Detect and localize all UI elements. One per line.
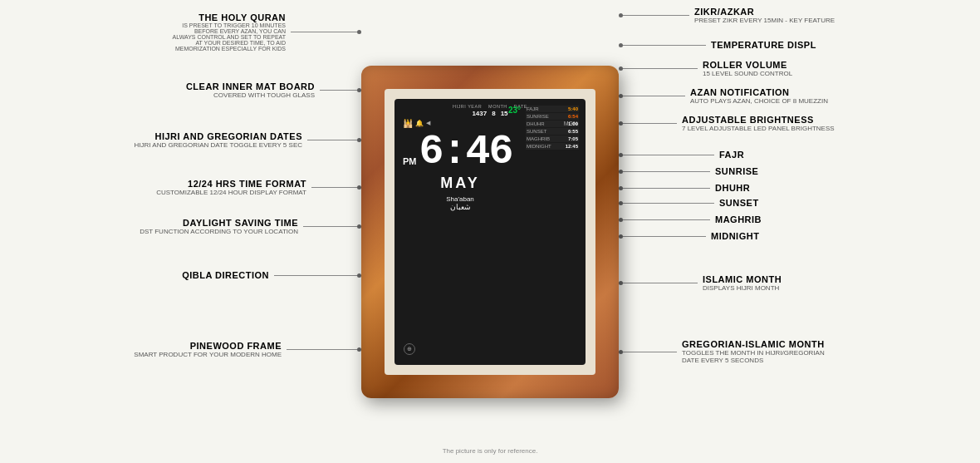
annotation-sunset: SUNSET [619, 198, 759, 208]
date-value: 15 [501, 110, 508, 117]
annotation-gregorian-title: GREGORIAN-ISLAMIC MONTH [682, 339, 825, 349]
annotation-temp-title: TEMPERATURE DISPL [711, 40, 816, 50]
annotation-islamic: ISLAMIC MONTH DISPLAYS HIJRI MONTH [619, 274, 782, 292]
sunrise-time: 6:54 [568, 114, 578, 119]
annotation-pinewood-title: PINEWOOD FRAME [134, 341, 282, 351]
annotation-zikr: ZIKR/AZKAR PRESET ZIKR EVERY 15MIN - KEY… [619, 7, 835, 24]
annotation-quran-subtitle: IS PRESET TO TRIGGER 10 MINUTES BEFORE E… [173, 22, 286, 52]
prayer-fajr-row: FAJR 5:40 [526, 106, 579, 112]
shaaban-label: Sha'aban [399, 195, 521, 203]
annotation-hijri-subtitle: HIJRI AND GREGORIAN DATE TOGGLE EVERY 5 … [135, 141, 302, 149]
annotation-roller-subtitle: 15 LEVEL SOUND CONTROL [703, 70, 792, 77]
annotation-qibla-line [274, 275, 357, 276]
annotation-roller-text: ROLLER VOLUME 15 LEVEL SOUND CONTROL [703, 60, 792, 77]
annotation-midnight-title: MIDNIGHT [711, 231, 759, 241]
annotation-clear: CLEAR INNER MAT BOARD COVERED WITH TOUGH… [186, 81, 361, 99]
annotation-azan-text: AZAN NOTIFICATION AUTO PLAYS AZAN, CHOIC… [690, 87, 828, 105]
annotation-midnight-line [623, 236, 706, 237]
annotation-quran-dot [357, 30, 361, 34]
clock-screen: HIJRI YEAR MONTH DATE 1437 8 15 🕌 🔔 [394, 99, 586, 365]
annotation-sunrise: SUNRISE [619, 166, 758, 176]
annotation-hijri: HIJRI AND GREGORIAN DATES HIJRI AND GREG… [135, 131, 361, 149]
compass-icon: ⊕ [404, 343, 415, 355]
annotation-pinewood-line [287, 349, 357, 350]
annotation-zikr-text: ZIKR/AZKAR PRESET ZIKR EVERY 15MIN - KEY… [694, 7, 835, 24]
annotation-temp: TEMPERATURE DISPL [619, 40, 816, 50]
sunrise-name: SUNRISE [527, 114, 549, 119]
annotation-brightness-subtitle: 7 LEVEL ADJUSTABLE LED PANEL BRIGHTNESS [682, 125, 835, 132]
annotation-azan-title: AZAN NOTIFICATION [690, 87, 828, 97]
annotation-1224-title: 12/24 HRS TIME FORMAT [156, 179, 306, 189]
annotation-qibla: QIBLA DIRECTION [182, 270, 361, 280]
prayer-sunset-row: SUNSET 6:55 [526, 128, 579, 135]
hijri-year-label: HIJRI YEAR [453, 104, 482, 109]
prayer-panel: FAJR 5:40 SUNRISE 6:54 DHUHR 1:00 [524, 104, 581, 360]
annotation-1224: 12/24 HRS TIME FORMAT CUSTOMIZABLE 12/24… [156, 179, 361, 196]
prayer-maghrib-row: MAGHRIB 7:05 [526, 135, 579, 142]
fajr-time: 5:40 [568, 106, 578, 111]
annotation-islamic-line [623, 283, 698, 283]
annotation-quran-line [291, 32, 357, 32]
annotation-clear-title: CLEAR INNER MAT BOARD [186, 81, 315, 91]
annotation-qibla-text: QIBLA DIRECTION [182, 270, 269, 280]
annotation-brightness: ADJUSTABLE BRIGHTNESS 7 LEVEL ADJUSTABLE… [619, 115, 835, 132]
annotation-azan: AZAN NOTIFICATION AUTO PLAYS AZAN, CHOIC… [619, 87, 828, 105]
annotation-gregorian: GREGORIAN-ISLAMIC MONTH TOGGLES THE MONT… [619, 339, 825, 364]
sunset-name: SUNSET [527, 129, 546, 134]
annotation-hijri-line [307, 140, 357, 140]
annotation-pinewood-text: PINEWOOD FRAME SMART PRODUCT FOR YOUR MO… [134, 341, 282, 358]
annotation-islamic-title: ISLAMIC MONTH [703, 274, 782, 284]
signal-icon: ◀ [426, 120, 430, 126]
annotation-islamic-text: ISLAMIC MONTH DISPLAYS HIJRI MONTH [703, 274, 782, 292]
annotation-gregorian-text: GREGORIAN-ISLAMIC MONTH TOGGLES THE MONT… [682, 339, 825, 364]
annotation-islamic-subtitle: DISPLAYS HIJRI MONTH [703, 284, 782, 292]
annotation-pinewood: PINEWOOD FRAME SMART PRODUCT FOR YOUR MO… [134, 341, 361, 358]
annotation-1224-line [311, 187, 357, 188]
prayer-dhuhr-row: DHUHR 1:00 [526, 121, 579, 127]
annotation-maghrib-title: MAGHRIB [715, 214, 762, 224]
annotation-sunrise-title: SUNRISE [715, 166, 758, 176]
wood-frame: HIJRI YEAR MONTH DATE 1437 8 15 🕌 🔔 [361, 66, 619, 398]
annotation-gregorian-subtitle: TOGGLES THE MONTH IN HIJRI/GREGORIAN DAT… [682, 349, 825, 364]
annotation-dst-text: DAYLIGHT SAVING TIME DST FUNCTION ACCORD… [140, 218, 298, 235]
time-display: 6:46 [419, 131, 512, 173]
annotation-roller: ROLLER VOLUME 15 LEVEL SOUND CONTROL [619, 60, 792, 77]
maghrib-name: MAGHRIB [527, 136, 550, 141]
annotation-clear-line [320, 90, 357, 91]
annotation-qibla-title: QIBLA DIRECTION [182, 270, 269, 280]
temp-display: 23° [508, 106, 521, 115]
annotation-dhuhr-line [623, 188, 710, 189]
annotation-fajr-text: FAJR [719, 150, 744, 160]
annotation-azan-line [623, 96, 685, 96]
hijri-year-value: 1437 [472, 110, 487, 117]
annotation-gregorian-line [623, 352, 677, 352]
maghrib-time: 7:05 [568, 136, 578, 141]
annotation-dhuhr: DHUHR [619, 183, 750, 193]
annotation-sunrise-line [623, 171, 710, 172]
screen-content: HIJRI YEAR MONTH DATE 1437 8 15 🕌 🔔 [399, 104, 581, 360]
annotation-temp-line [623, 45, 706, 46]
annotation-azan-subtitle: AUTO PLAYS AZAN, CHOICE OF 8 MUEZZIN [690, 97, 828, 105]
annotation-midnight-text: MIDNIGHT [711, 231, 759, 241]
annotation-roller-line [623, 68, 698, 69]
annotation-clear-subtitle: COVERED WITH TOUGH GLASS [186, 91, 315, 99]
midnight-time: 12:45 [566, 144, 578, 149]
caption: The picture is only for reference. [443, 447, 538, 455]
annotation-zikr-line [623, 15, 689, 16]
bell-icon: 🔔 [415, 120, 424, 127]
annotation-sunset-text: SUNSET [719, 198, 759, 208]
prayer-midnight-row: MIDNIGHT 12:45 [526, 143, 579, 150]
annotation-fajr: FAJR [619, 150, 744, 160]
midnight-name: MIDNIGHT [527, 144, 551, 149]
annotation-dhuhr-title: DHUHR [715, 183, 750, 193]
annotation-midnight: MIDNIGHT [619, 231, 759, 241]
month-label: MONTH [488, 104, 507, 109]
annotation-sunset-line [623, 203, 714, 204]
annotation-dst: DAYLIGHT SAVING TIME DST FUNCTION ACCORD… [140, 218, 361, 235]
annotation-dhuhr-text: DHUHR [715, 183, 750, 193]
dhuhr-name: DHUHR [527, 121, 545, 126]
month-value: 8 [492, 110, 495, 117]
annotation-sunrise-text: SUNRISE [715, 166, 758, 176]
annotation-fajr-title: FAJR [719, 150, 744, 160]
dhuhr-time: 1:00 [568, 121, 578, 126]
